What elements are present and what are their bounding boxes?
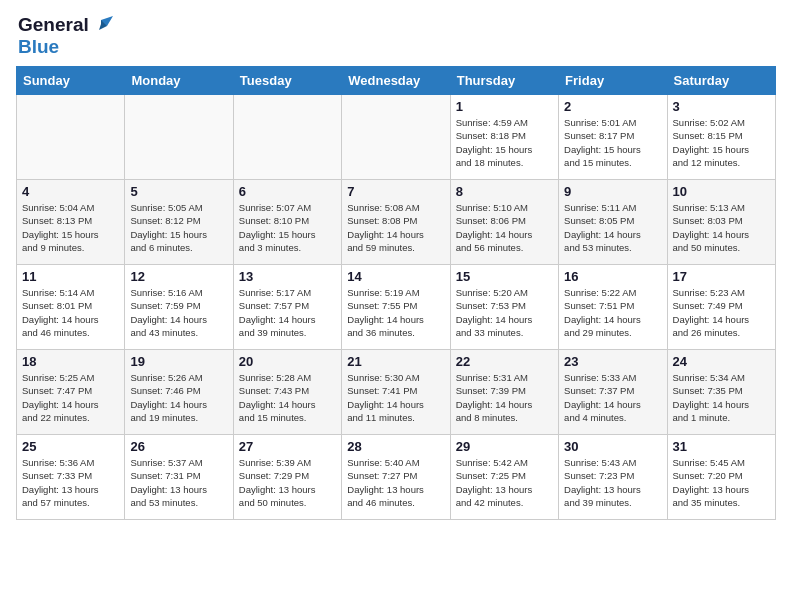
day-number: 13 (239, 269, 336, 284)
week-row-5: 25Sunrise: 5:36 AM Sunset: 7:33 PM Dayli… (17, 435, 776, 520)
day-info: Sunrise: 5:02 AM Sunset: 8:15 PM Dayligh… (673, 116, 770, 169)
day-cell-27: 27Sunrise: 5:39 AM Sunset: 7:29 PM Dayli… (233, 435, 341, 520)
day-header-thursday: Thursday (450, 67, 558, 95)
day-header-tuesday: Tuesday (233, 67, 341, 95)
day-cell-23: 23Sunrise: 5:33 AM Sunset: 7:37 PM Dayli… (559, 350, 667, 435)
day-info: Sunrise: 5:26 AM Sunset: 7:46 PM Dayligh… (130, 371, 227, 424)
day-info: Sunrise: 5:07 AM Sunset: 8:10 PM Dayligh… (239, 201, 336, 254)
week-row-3: 11Sunrise: 5:14 AM Sunset: 8:01 PM Dayli… (17, 265, 776, 350)
day-number: 16 (564, 269, 661, 284)
day-info: Sunrise: 5:36 AM Sunset: 7:33 PM Dayligh… (22, 456, 119, 509)
day-number: 10 (673, 184, 770, 199)
day-cell-7: 7Sunrise: 5:08 AM Sunset: 8:08 PM Daylig… (342, 180, 450, 265)
day-info: Sunrise: 5:11 AM Sunset: 8:05 PM Dayligh… (564, 201, 661, 254)
day-info: Sunrise: 5:01 AM Sunset: 8:17 PM Dayligh… (564, 116, 661, 169)
day-info: Sunrise: 5:40 AM Sunset: 7:27 PM Dayligh… (347, 456, 444, 509)
day-number: 15 (456, 269, 553, 284)
day-info: Sunrise: 5:05 AM Sunset: 8:12 PM Dayligh… (130, 201, 227, 254)
day-number: 8 (456, 184, 553, 199)
day-cell-21: 21Sunrise: 5:30 AM Sunset: 7:41 PM Dayli… (342, 350, 450, 435)
day-cell-4: 4Sunrise: 5:04 AM Sunset: 8:13 PM Daylig… (17, 180, 125, 265)
day-cell-empty-1 (125, 95, 233, 180)
day-number: 6 (239, 184, 336, 199)
day-cell-1: 1Sunrise: 4:59 AM Sunset: 8:18 PM Daylig… (450, 95, 558, 180)
day-number: 28 (347, 439, 444, 454)
day-cell-29: 29Sunrise: 5:42 AM Sunset: 7:25 PM Dayli… (450, 435, 558, 520)
day-cell-5: 5Sunrise: 5:05 AM Sunset: 8:12 PM Daylig… (125, 180, 233, 265)
day-cell-14: 14Sunrise: 5:19 AM Sunset: 7:55 PM Dayli… (342, 265, 450, 350)
day-cell-8: 8Sunrise: 5:10 AM Sunset: 8:06 PM Daylig… (450, 180, 558, 265)
day-number: 26 (130, 439, 227, 454)
day-number: 27 (239, 439, 336, 454)
day-cell-19: 19Sunrise: 5:26 AM Sunset: 7:46 PM Dayli… (125, 350, 233, 435)
day-cell-15: 15Sunrise: 5:20 AM Sunset: 7:53 PM Dayli… (450, 265, 558, 350)
day-header-row: SundayMondayTuesdayWednesdayThursdayFrid… (17, 67, 776, 95)
day-number: 19 (130, 354, 227, 369)
day-number: 24 (673, 354, 770, 369)
logo-bird-icon (93, 16, 113, 34)
day-number: 29 (456, 439, 553, 454)
day-number: 31 (673, 439, 770, 454)
week-row-1: 1Sunrise: 4:59 AM Sunset: 8:18 PM Daylig… (17, 95, 776, 180)
day-number: 7 (347, 184, 444, 199)
day-cell-3: 3Sunrise: 5:02 AM Sunset: 8:15 PM Daylig… (667, 95, 775, 180)
day-info: Sunrise: 4:59 AM Sunset: 8:18 PM Dayligh… (456, 116, 553, 169)
day-info: Sunrise: 5:39 AM Sunset: 7:29 PM Dayligh… (239, 456, 336, 509)
day-number: 1 (456, 99, 553, 114)
day-cell-31: 31Sunrise: 5:45 AM Sunset: 7:20 PM Dayli… (667, 435, 775, 520)
day-cell-20: 20Sunrise: 5:28 AM Sunset: 7:43 PM Dayli… (233, 350, 341, 435)
logo-general-text: General (18, 14, 89, 36)
day-number: 20 (239, 354, 336, 369)
day-cell-2: 2Sunrise: 5:01 AM Sunset: 8:17 PM Daylig… (559, 95, 667, 180)
day-info: Sunrise: 5:43 AM Sunset: 7:23 PM Dayligh… (564, 456, 661, 509)
day-cell-10: 10Sunrise: 5:13 AM Sunset: 8:03 PM Dayli… (667, 180, 775, 265)
day-info: Sunrise: 5:10 AM Sunset: 8:06 PM Dayligh… (456, 201, 553, 254)
day-header-monday: Monday (125, 67, 233, 95)
day-number: 9 (564, 184, 661, 199)
week-row-4: 18Sunrise: 5:25 AM Sunset: 7:47 PM Dayli… (17, 350, 776, 435)
day-cell-24: 24Sunrise: 5:34 AM Sunset: 7:35 PM Dayli… (667, 350, 775, 435)
day-number: 5 (130, 184, 227, 199)
day-info: Sunrise: 5:45 AM Sunset: 7:20 PM Dayligh… (673, 456, 770, 509)
day-cell-26: 26Sunrise: 5:37 AM Sunset: 7:31 PM Dayli… (125, 435, 233, 520)
day-cell-25: 25Sunrise: 5:36 AM Sunset: 7:33 PM Dayli… (17, 435, 125, 520)
day-info: Sunrise: 5:31 AM Sunset: 7:39 PM Dayligh… (456, 371, 553, 424)
day-cell-30: 30Sunrise: 5:43 AM Sunset: 7:23 PM Dayli… (559, 435, 667, 520)
day-info: Sunrise: 5:28 AM Sunset: 7:43 PM Dayligh… (239, 371, 336, 424)
calendar-table: SundayMondayTuesdayWednesdayThursdayFrid… (16, 66, 776, 520)
day-cell-18: 18Sunrise: 5:25 AM Sunset: 7:47 PM Dayli… (17, 350, 125, 435)
day-number: 18 (22, 354, 119, 369)
day-cell-22: 22Sunrise: 5:31 AM Sunset: 7:39 PM Dayli… (450, 350, 558, 435)
day-cell-9: 9Sunrise: 5:11 AM Sunset: 8:05 PM Daylig… (559, 180, 667, 265)
day-info: Sunrise: 5:25 AM Sunset: 7:47 PM Dayligh… (22, 371, 119, 424)
header: General Blue (0, 0, 792, 66)
day-number: 2 (564, 99, 661, 114)
week-row-2: 4Sunrise: 5:04 AM Sunset: 8:13 PM Daylig… (17, 180, 776, 265)
day-cell-6: 6Sunrise: 5:07 AM Sunset: 8:10 PM Daylig… (233, 180, 341, 265)
day-info: Sunrise: 5:17 AM Sunset: 7:57 PM Dayligh… (239, 286, 336, 339)
day-info: Sunrise: 5:23 AM Sunset: 7:49 PM Dayligh… (673, 286, 770, 339)
day-info: Sunrise: 5:22 AM Sunset: 7:51 PM Dayligh… (564, 286, 661, 339)
day-number: 22 (456, 354, 553, 369)
day-info: Sunrise: 5:30 AM Sunset: 7:41 PM Dayligh… (347, 371, 444, 424)
day-info: Sunrise: 5:20 AM Sunset: 7:53 PM Dayligh… (456, 286, 553, 339)
day-info: Sunrise: 5:33 AM Sunset: 7:37 PM Dayligh… (564, 371, 661, 424)
day-cell-17: 17Sunrise: 5:23 AM Sunset: 7:49 PM Dayli… (667, 265, 775, 350)
day-number: 3 (673, 99, 770, 114)
day-cell-13: 13Sunrise: 5:17 AM Sunset: 7:57 PM Dayli… (233, 265, 341, 350)
day-info: Sunrise: 5:19 AM Sunset: 7:55 PM Dayligh… (347, 286, 444, 339)
day-header-friday: Friday (559, 67, 667, 95)
day-info: Sunrise: 5:08 AM Sunset: 8:08 PM Dayligh… (347, 201, 444, 254)
day-number: 17 (673, 269, 770, 284)
day-number: 11 (22, 269, 119, 284)
day-number: 23 (564, 354, 661, 369)
day-info: Sunrise: 5:16 AM Sunset: 7:59 PM Dayligh… (130, 286, 227, 339)
day-number: 12 (130, 269, 227, 284)
logo: General Blue (18, 14, 113, 58)
day-cell-28: 28Sunrise: 5:40 AM Sunset: 7:27 PM Dayli… (342, 435, 450, 520)
day-header-saturday: Saturday (667, 67, 775, 95)
day-number: 21 (347, 354, 444, 369)
day-cell-11: 11Sunrise: 5:14 AM Sunset: 8:01 PM Dayli… (17, 265, 125, 350)
day-number: 14 (347, 269, 444, 284)
day-header-sunday: Sunday (17, 67, 125, 95)
